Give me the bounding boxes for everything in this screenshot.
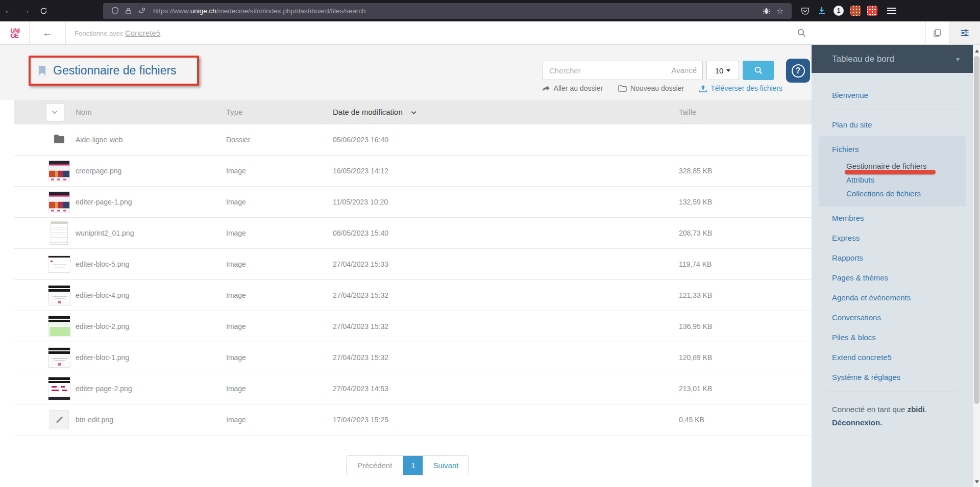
sidebar-item-reports[interactable]: Rapports: [812, 248, 973, 268]
file-name[interactable]: Aide-ligne-web: [76, 136, 123, 144]
sidebar-item-file-sets[interactable]: Collections de fichiers: [819, 187, 966, 200]
table-row[interactable]: wuniprint2_01.png Image 08/05/2023 15:40…: [14, 218, 812, 249]
column-header-date[interactable]: Date de modification: [333, 108, 414, 116]
file-type: Image: [226, 385, 246, 393]
file-name[interactable]: editer-bloc-4.png: [76, 291, 129, 299]
connected-as-label: Connecté en tant que zbidi.: [832, 403, 973, 416]
help-button[interactable]: ?: [786, 59, 810, 83]
file-name[interactable]: editer-page-1.png: [76, 198, 132, 206]
scrollbar-thumb[interactable]: [974, 56, 979, 404]
column-header-name[interactable]: Nom: [76, 108, 92, 116]
new-folder-button[interactable]: Nouveau dossier: [618, 84, 684, 92]
sidebar-item-stacks-blocks[interactable]: Piles & blocs: [812, 327, 973, 347]
file-name[interactable]: editer-bloc-5.png: [76, 260, 129, 268]
jump-arrow-icon: [542, 85, 550, 92]
file-type: Image: [226, 260, 246, 268]
upload-files-button[interactable]: Téléverser des fichiers: [699, 84, 782, 92]
table-row[interactable]: editer-bloc-1.png Image 27/04/2023 15:32…: [14, 342, 812, 373]
bookmark-star-icon[interactable]: ☆: [776, 6, 783, 16]
sidebar-item-welcome[interactable]: Bienvenue: [812, 85, 973, 105]
logout-link[interactable]: Déconnexion.: [832, 416, 973, 429]
table-row[interactable]: editer-page-1.png Image 11/05/2023 10:20…: [14, 187, 812, 218]
sidebar-item-attributes[interactable]: Attributs: [819, 173, 966, 187]
select-all-dropdown[interactable]: [46, 103, 64, 121]
dashboard-sidebar: Tableau de bord ▾ Bienvenue Plan du site…: [812, 45, 973, 487]
username: zbidi: [908, 405, 925, 414]
table-row[interactable]: editer-bloc-4.png Image 27/04/2023 15:32…: [14, 280, 812, 311]
scroll-down-arrow-icon[interactable]: [975, 480, 979, 483]
sidebar-item-pages-themes[interactable]: Pages & thèmes: [812, 268, 973, 288]
file-thumbnail: [48, 347, 70, 368]
pagination-next[interactable]: Suivant: [423, 456, 468, 475]
file-thumbnail: [48, 161, 70, 182]
c5-search-button[interactable]: [788, 21, 925, 44]
sidebar-item-sitemap[interactable]: Plan du site: [812, 115, 973, 135]
page-size-dropdown[interactable]: 10: [706, 61, 739, 80]
tracking-shield-icon[interactable]: [111, 7, 119, 15]
file-size: 213,01 KB: [679, 385, 712, 393]
page-scrollbar[interactable]: [973, 45, 980, 487]
browser-reload-button[interactable]: [35, 6, 52, 16]
column-header-size[interactable]: Taille: [679, 108, 696, 116]
sidebar-item-file-manager[interactable]: Gestionnaire de fichiers: [819, 159, 966, 173]
browser-back-button[interactable]: ←: [0, 6, 17, 16]
file-date: 27/04/2023 15:32: [333, 322, 388, 330]
sidebar-header-dashboard[interactable]: Tableau de bord ▾: [812, 45, 973, 73]
file-date: 16/05/2023 14:12: [333, 167, 388, 175]
sidebar-item-files[interactable]: Fichiers: [819, 139, 966, 159]
table-row[interactable]: editer-bloc-5.png Image 27/04/2023 15:33…: [14, 249, 812, 280]
table-row[interactable]: btn-edit.png Image 17/04/2023 15:25 0,45…: [14, 404, 812, 435]
extension-strip: 1: [800, 6, 901, 16]
c5-back-button[interactable]: ←: [30, 21, 66, 44]
permissions-icon[interactable]: [138, 7, 146, 14]
bug-extension-icon[interactable]: [763, 7, 770, 15]
file-name[interactable]: wuniprint2_01.png: [76, 229, 134, 237]
badge-extension-icon[interactable]: 1: [834, 6, 844, 16]
concrete5-link[interactable]: Concrete5: [125, 29, 160, 37]
file-thumbnail: [48, 285, 70, 305]
file-name[interactable]: creerpage.png: [76, 167, 121, 175]
address-bar[interactable]: https://www.unige.ch/medecine/sifm/index…: [103, 3, 792, 19]
advanced-search-link[interactable]: Avancé: [671, 66, 697, 74]
c5-pages-button[interactable]: [925, 21, 949, 44]
table-row[interactable]: editer-page-2.png Image 27/04/2023 14:53…: [14, 373, 812, 404]
menu-icon[interactable]: [887, 8, 896, 14]
search-button[interactable]: [743, 61, 774, 80]
pagination-previous[interactable]: Précédent: [347, 456, 403, 475]
table-row[interactable]: Aide-ligne-web Dossier 05/06/2023 16:40: [14, 124, 812, 156]
powered-by-label: Fonctionne avec Concrete5.: [75, 29, 162, 37]
orange-extension-icon[interactable]: [850, 6, 861, 16]
table-row[interactable]: editer-bloc-2.png Image 27/04/2023 15:32…: [14, 311, 812, 342]
goto-folder-button[interactable]: Aller au dossier: [542, 84, 603, 92]
file-name[interactable]: editer-bloc-2.png: [76, 322, 129, 330]
pocket-icon[interactable]: [800, 6, 810, 16]
table-row[interactable]: creerpage.png Image 16/05/2023 14:12 328…: [14, 156, 812, 187]
browser-forward-button[interactable]: →: [17, 6, 35, 16]
file-name[interactable]: editer-page-2.png: [76, 385, 132, 393]
scroll-up-arrow-icon[interactable]: [975, 49, 979, 53]
red-extension-icon[interactable]: [867, 6, 877, 16]
upload-icon: [699, 85, 707, 92]
file-date: 27/04/2023 15:33: [333, 260, 388, 268]
sidebar-item-express[interactable]: Express: [812, 228, 973, 248]
file-date: 27/04/2023 14:53: [333, 385, 388, 393]
question-mark-icon: ?: [792, 64, 805, 78]
file-size: 121,33 KB: [679, 291, 712, 299]
sidebar-item-extend[interactable]: Extend concrete5: [812, 347, 973, 367]
file-thumbnail: [48, 255, 70, 273]
sidebar-item-system[interactable]: Système & réglages: [812, 367, 973, 387]
downloads-icon[interactable]: [817, 6, 827, 16]
column-header-type[interactable]: Type: [226, 108, 243, 116]
unige-logo[interactable]: UNIGE: [0, 21, 30, 44]
file-name[interactable]: editer-bloc-1.png: [76, 353, 129, 362]
file-name[interactable]: btn-edit.png: [76, 416, 113, 424]
sidebar-item-agenda[interactable]: Agenda et événements: [812, 288, 973, 307]
sidebar-item-members[interactable]: Membres: [812, 208, 973, 228]
sidebar-item-conversations[interactable]: Conversations: [812, 307, 973, 327]
annotation-red-box: Gestionnaire de fichiers: [29, 56, 199, 86]
c5-settings-button[interactable]: [949, 21, 980, 44]
files-table: Nom Type Date de modification Taille Aid…: [14, 100, 812, 435]
pagination-current-page[interactable]: 1: [403, 456, 423, 475]
lock-icon[interactable]: [125, 7, 132, 15]
folder-icon: [618, 85, 627, 92]
